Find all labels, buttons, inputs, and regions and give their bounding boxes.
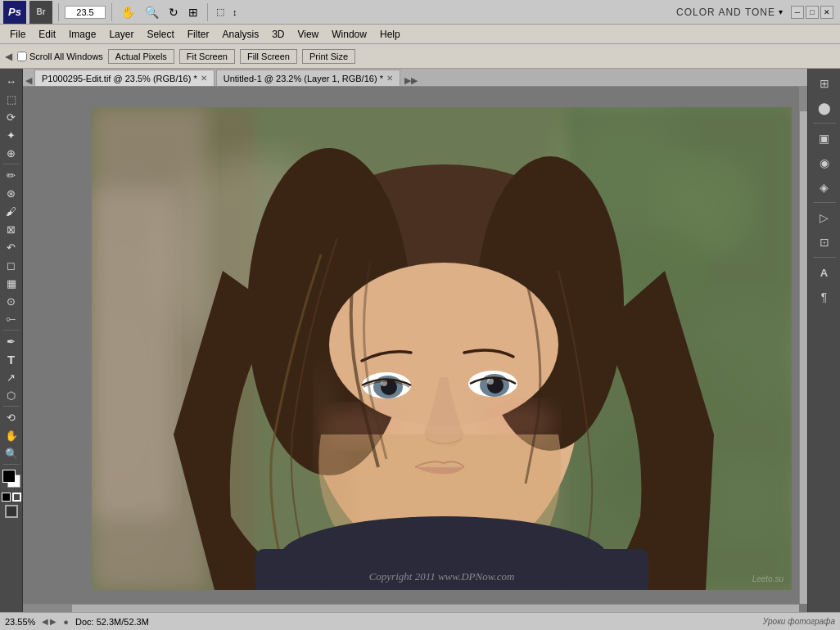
- menu-edit[interactable]: Edit: [32, 27, 62, 42]
- move-tool[interactable]: ↔: [2, 72, 21, 90]
- 3d-tool[interactable]: ⟲: [2, 408, 21, 426]
- fill-screen-button[interactable]: Fill Screen: [240, 49, 297, 64]
- menubar: File Edit Image Layer Select Filter Anal…: [0, 25, 840, 44]
- rp-navigate-icon[interactable]: ⊞: [813, 72, 836, 95]
- menu-file[interactable]: File: [3, 27, 32, 42]
- status-arrow-left[interactable]: ◀: [42, 617, 48, 626]
- tab-file2-close[interactable]: ✕: [386, 74, 393, 83]
- menu-analysis[interactable]: Analysis: [215, 27, 265, 42]
- restore-button[interactable]: □: [806, 6, 819, 19]
- menu-help[interactable]: Help: [373, 27, 407, 42]
- titlebar-left: Ps Br 23.5 ✋ 🔍 ↻ ⊞ ⬚ ↕: [0, 1, 240, 24]
- color-tone-dropdown[interactable]: ▾: [779, 7, 783, 16]
- canvas-scroll: Copyright 2011 www.DPNow.com Leeto.su: [23, 87, 799, 604]
- status-zoom: 23.55%: [5, 617, 35, 627]
- menu-layer[interactable]: Layer: [102, 27, 140, 42]
- menu-3d[interactable]: 3D: [265, 27, 291, 42]
- tab-file2[interactable]: Untitled-1 @ 23.2% (Layer 1, RGB/16) * ✕: [216, 70, 400, 86]
- menu-window[interactable]: Window: [325, 27, 373, 42]
- right-panel: ⊞ ⬤ ▣ ◉ ◈ ▷ ⊡ A ¶: [807, 69, 840, 612]
- tab-file1-label: P1000295-Edit.tif @ 23.5% (RGB/16) *: [42, 74, 197, 83]
- screen-mode-icon[interactable]: [5, 505, 18, 518]
- quickselect-tool[interactable]: ✦: [2, 126, 21, 144]
- menu-select[interactable]: Select: [140, 27, 180, 42]
- photo-image: [92, 107, 792, 590]
- color-boxes[interactable]: [2, 470, 20, 488]
- zoom-tool[interactable]: 🔍: [2, 444, 21, 462]
- options-back-arrow[interactable]: ◀: [5, 51, 12, 62]
- marquee-tool[interactable]: ⬚: [2, 90, 21, 108]
- rotate-icon[interactable]: ↻: [165, 6, 182, 19]
- crop-tool[interactable]: ⊕: [2, 144, 21, 162]
- horizontal-scrollbar[interactable]: [23, 604, 799, 612]
- tab-file1-close[interactable]: ✕: [201, 74, 207, 83]
- rp-actions-icon[interactable]: ⊡: [813, 231, 836, 254]
- gradient-tool[interactable]: ▦: [2, 274, 21, 292]
- status-arrow-right[interactable]: ▶: [50, 617, 56, 626]
- app-logo: Ps: [3, 1, 26, 24]
- left-toolbar: ↔ ⬚ ⟳ ✦ ⊕ ✏ ⊛ 🖌 ⊠ ↶ ◻ ▦ ⊙ ⟜ ✒ T ↗ ⬡: [0, 69, 23, 612]
- image-container[interactable]: Copyright 2011 www.DPNow.com Leeto.su: [23, 87, 807, 612]
- grid-icon[interactable]: ⊞: [185, 6, 201, 19]
- vertical-scrollbar-thumb[interactable]: [800, 87, 807, 111]
- hand-tool[interactable]: ✋: [2, 426, 21, 444]
- titlebar: Ps Br 23.5 ✋ 🔍 ↻ ⊞ ⬚ ↕ COLOR AND TONE ▾ …: [0, 0, 840, 25]
- eraser-tool[interactable]: ◻: [2, 256, 21, 274]
- status-circle: ●: [63, 617, 69, 627]
- rp-color-icon[interactable]: ⬤: [813, 97, 836, 119]
- clone-tool[interactable]: ⊠: [2, 220, 21, 238]
- rp-layers-icon[interactable]: ▣: [813, 127, 836, 150]
- pen-tool[interactable]: ✒: [2, 332, 21, 350]
- path-tool[interactable]: ↗: [2, 368, 21, 386]
- menu-filter[interactable]: Filter: [181, 27, 216, 42]
- hand-tool-icon[interactable]: ✋: [118, 6, 138, 19]
- quick-mask-icon[interactable]: [2, 493, 11, 502]
- brush-tool[interactable]: 🖌: [2, 202, 21, 220]
- standard-mode-icon[interactable]: [12, 493, 21, 502]
- workspace: ↔ ⬚ ⟳ ✦ ⊕ ✏ ⊛ 🖌 ⊠ ↶ ◻ ▦ ⊙ ⟜ ✒ T ↗ ⬡: [0, 69, 840, 612]
- blur-tool[interactable]: ⊙: [2, 292, 21, 310]
- options-bar: ◀ Scroll All Windows Actual Pixels Fit S…: [0, 44, 840, 69]
- tab-expand[interactable]: ▶▶: [402, 75, 420, 86]
- scroll-all-checkbox[interactable]: [17, 52, 27, 61]
- menu-image[interactable]: Image: [62, 27, 102, 42]
- canvas-area: ◀ P1000295-Edit.tif @ 23.5% (RGB/16) * ✕…: [23, 69, 807, 612]
- rp-text-icon[interactable]: A: [813, 261, 836, 284]
- heal-tool[interactable]: ⊛: [2, 184, 21, 202]
- vertical-scrollbar[interactable]: [799, 87, 807, 604]
- rp-paragraph-icon[interactable]: ¶: [813, 286, 836, 308]
- status-nav-arrows: ◀ ▶: [42, 617, 56, 626]
- foreground-color[interactable]: [2, 470, 16, 483]
- tab-bar: ◀ P1000295-Edit.tif @ 23.5% (RGB/16) * ✕…: [23, 69, 807, 87]
- history-brush-tool[interactable]: ↶: [2, 238, 21, 256]
- rp-history-icon[interactable]: ▷: [813, 206, 836, 229]
- scroll-all-wrap: Scroll All Windows: [17, 52, 103, 61]
- extra-icon-1[interactable]: ⬚: [214, 7, 227, 17]
- eyedropper-tool[interactable]: ✏: [2, 166, 21, 184]
- titlebar-center: COLOR AND TONE ▾ ─ □ ✕: [240, 6, 841, 19]
- minimize-button[interactable]: ─: [791, 6, 804, 19]
- rp-paths-icon[interactable]: ◈: [813, 176, 836, 199]
- color-tone-label: COLOR AND TONE: [676, 7, 775, 18]
- tab-file1[interactable]: P1000295-Edit.tif @ 23.5% (RGB/16) * ✕: [34, 70, 215, 86]
- close-button[interactable]: ✕: [820, 6, 833, 19]
- shape-tool[interactable]: ⬡: [2, 386, 21, 404]
- menu-view[interactable]: View: [291, 27, 325, 42]
- magnify-icon[interactable]: 🔍: [142, 6, 162, 19]
- tab-scroll-left[interactable]: ◀: [23, 75, 34, 86]
- type-tool[interactable]: T: [2, 350, 21, 368]
- tab-file2-label: Untitled-1 @ 23.2% (Layer 1, RGB/16) *: [224, 74, 383, 83]
- horizontal-scrollbar-thumb[interactable]: [23, 605, 72, 612]
- print-size-button[interactable]: Print Size: [302, 49, 355, 64]
- status-credit: Уроки фотографа: [763, 617, 835, 626]
- bridge-button[interactable]: Br: [29, 1, 52, 24]
- zoom-display[interactable]: 23.5: [65, 6, 106, 19]
- rp-channels-icon[interactable]: ◉: [813, 151, 836, 174]
- dodge-tool[interactable]: ⟜: [2, 310, 21, 328]
- lasso-tool[interactable]: ⟳: [2, 108, 21, 126]
- extra-icon-2[interactable]: ↕: [230, 7, 240, 17]
- status-bar: 23.55% ◀ ▶ ● Doc: 52.3M/52.3M Уроки фото…: [0, 612, 840, 630]
- fit-screen-button[interactable]: Fit Screen: [179, 49, 235, 64]
- svg-point-23: [381, 380, 387, 386]
- actual-pixels-button[interactable]: Actual Pixels: [108, 49, 174, 64]
